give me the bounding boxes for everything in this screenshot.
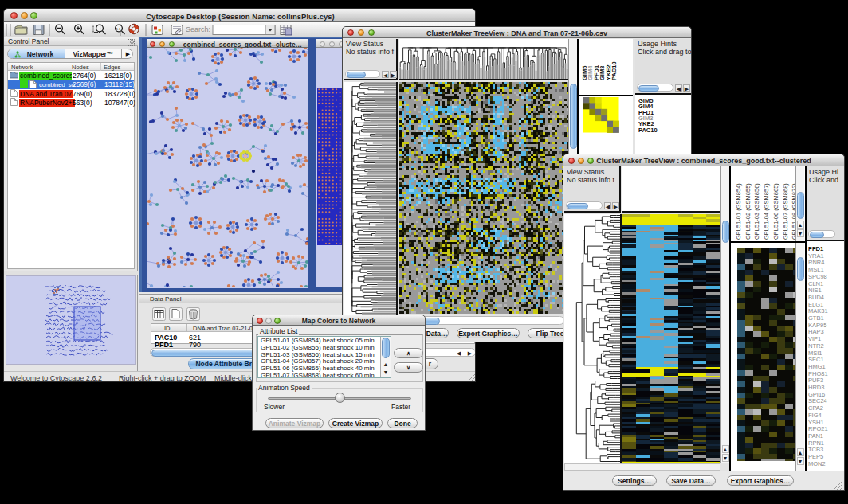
svg-text:1:1: 1:1 xyxy=(116,27,122,31)
svg-text:Search:: Search: xyxy=(186,25,210,33)
